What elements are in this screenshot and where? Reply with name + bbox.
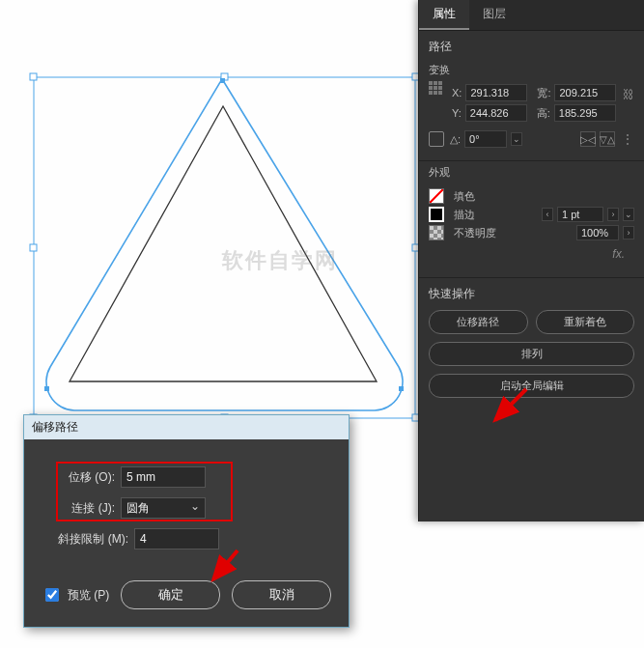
recolor-button[interactable]: 重新着色 bbox=[536, 310, 635, 334]
y-input[interactable] bbox=[465, 104, 527, 122]
svg-rect-11 bbox=[44, 386, 49, 391]
offset-path-button[interactable]: 位移路径 bbox=[429, 310, 528, 334]
opacity-swatch[interactable] bbox=[429, 225, 444, 240]
angle-label: △: bbox=[450, 133, 461, 146]
angle-dropdown[interactable]: ⌄ bbox=[511, 132, 522, 146]
preview-checkbox[interactable] bbox=[45, 588, 59, 602]
arrange-button[interactable]: 排列 bbox=[429, 342, 634, 366]
opacity-more[interactable]: › bbox=[623, 226, 634, 239]
svg-rect-1 bbox=[30, 73, 37, 80]
tab-layers[interactable]: 图层 bbox=[469, 0, 519, 30]
stroke-weight-input[interactable] bbox=[557, 207, 603, 222]
w-label: 宽: bbox=[537, 86, 550, 100]
reference-point-icon[interactable] bbox=[429, 81, 442, 97]
svg-rect-4 bbox=[30, 244, 37, 251]
opacity-label: 不透明度 bbox=[454, 226, 496, 240]
opacity-input[interactable] bbox=[576, 225, 619, 240]
global-edit-button[interactable]: 启动全局编辑 bbox=[429, 374, 634, 398]
preview-text: 预览 (P) bbox=[68, 587, 109, 604]
angle-input[interactable] bbox=[464, 130, 507, 148]
stroke-increase[interactable]: › bbox=[607, 208, 619, 221]
more-transform-icon[interactable]: ⋮ bbox=[621, 131, 634, 147]
transform-header: 变换 bbox=[429, 63, 450, 77]
fill-swatch[interactable] bbox=[429, 188, 444, 204]
svg-rect-9 bbox=[220, 78, 225, 83]
stroke-decrease[interactable]: ‹ bbox=[542, 208, 553, 221]
watermark-text: 软件自学网 bbox=[222, 246, 338, 275]
fill-label: 填色 bbox=[454, 189, 475, 204]
stroke-dropdown[interactable]: ⌄ bbox=[623, 208, 634, 221]
stroke-label: 描边 bbox=[454, 208, 475, 222]
miter-label: 斜接限制 (M): bbox=[42, 531, 134, 548]
y-label: Y: bbox=[452, 107, 462, 119]
object-type-label: 路径 bbox=[419, 31, 644, 59]
appearance-section: 外观 填色 描边 ‹ › ⌄ 不透明度 › fx. bbox=[419, 161, 644, 278]
join-select[interactable]: 圆角 bbox=[121, 497, 206, 519]
x-label: X: bbox=[452, 87, 462, 99]
preview-checkbox-label[interactable]: 预览 (P) bbox=[42, 585, 109, 605]
offset-input[interactable] bbox=[121, 466, 206, 488]
svg-rect-10 bbox=[399, 386, 404, 391]
transform-section: 变换 X: 宽: Y: 高: ⛓ bbox=[419, 59, 644, 161]
w-input[interactable] bbox=[554, 84, 616, 101]
ok-button[interactable]: 确定 bbox=[121, 580, 220, 609]
h-label: 高: bbox=[537, 106, 550, 121]
h-input[interactable] bbox=[554, 104, 616, 122]
angle-icon bbox=[429, 131, 444, 147]
properties-panel: 属性 图层 路径 变换 X: 宽: Y: 高: bbox=[418, 0, 644, 521]
stroke-swatch[interactable] bbox=[429, 207, 444, 222]
join-label: 连接 (J): bbox=[42, 500, 121, 517]
quick-actions-header: 快速操作 bbox=[419, 278, 644, 306]
offset-label: 位移 (O): bbox=[42, 469, 121, 486]
link-dimensions-icon[interactable]: ⛓ bbox=[622, 81, 634, 108]
dialog-title: 偏移路径 bbox=[24, 415, 349, 439]
appearance-header: 外观 bbox=[429, 165, 450, 180]
x-input[interactable] bbox=[465, 84, 527, 101]
cancel-button[interactable]: 取消 bbox=[232, 580, 331, 609]
panel-tabs: 属性 图层 bbox=[419, 0, 644, 31]
tab-properties[interactable]: 属性 bbox=[419, 0, 469, 30]
fx-label[interactable]: fx. bbox=[602, 243, 634, 265]
flip-vertical-icon[interactable]: ▽△ bbox=[600, 131, 615, 147]
miter-input[interactable] bbox=[134, 528, 219, 549]
offset-path-dialog: 偏移路径 位移 (O): 连接 (J): 圆角 斜接限制 (M): 预览 (P)… bbox=[23, 414, 350, 628]
flip-horizontal-icon[interactable]: ▷◁ bbox=[580, 131, 596, 147]
quick-actions-section: 快速操作 位移路径 重新着色 排列 启动全局编辑 bbox=[419, 278, 644, 402]
